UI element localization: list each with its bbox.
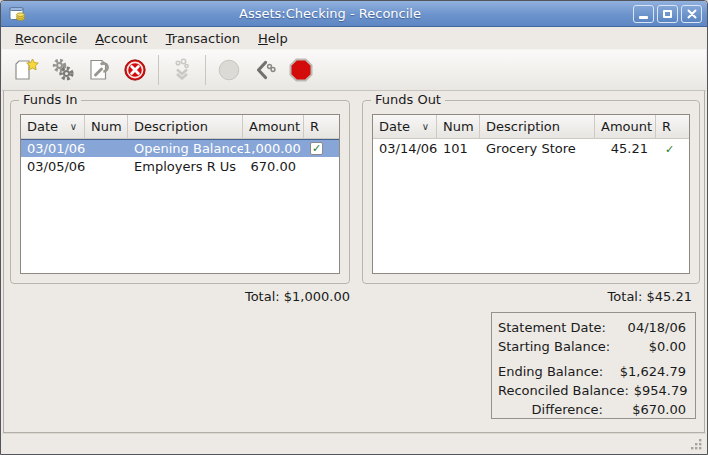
column-header-date-label: Date bbox=[379, 119, 410, 134]
menu-reconcile-label: Reconcile bbox=[15, 31, 77, 46]
open-account-button bbox=[164, 52, 200, 88]
menu-account-label: Account bbox=[95, 31, 148, 46]
cell-amount: 670.00 bbox=[243, 159, 304, 174]
balance-button[interactable] bbox=[45, 52, 81, 88]
menu-bar: Reconcile Account Transaction Help bbox=[2, 27, 706, 49]
cell-date: 03/14/06 bbox=[373, 141, 437, 156]
column-header-amount[interactable]: Amount bbox=[243, 115, 304, 138]
toolbar-separator bbox=[158, 55, 159, 85]
column-header-reconciled[interactable]: R bbox=[304, 115, 339, 138]
funds-in-header: Date ∨ Num Description Amount R bbox=[21, 115, 339, 139]
column-header-description-label: Description bbox=[486, 119, 560, 134]
column-header-date[interactable]: Date ∨ bbox=[373, 115, 437, 138]
summary-row: Starting Balance: $0.00 bbox=[498, 337, 686, 356]
close-button[interactable] bbox=[681, 5, 702, 23]
toolbar-separator bbox=[205, 55, 206, 85]
new-transaction-icon bbox=[14, 57, 40, 83]
sort-indicator-icon: ∨ bbox=[70, 121, 77, 132]
minimize-icon bbox=[639, 16, 648, 19]
column-header-reconciled-label: R bbox=[310, 119, 319, 134]
reconciled-balance-label: Reconciled Balance: bbox=[498, 383, 634, 398]
postpone-icon bbox=[252, 57, 278, 83]
menu-help-label: Help bbox=[258, 31, 288, 46]
funds-out-list[interactable]: Date ∨ Num Description Amount R 03/14/06… bbox=[372, 114, 690, 274]
title-bar[interactable]: Assets:Checking - Reconcile bbox=[1, 1, 707, 27]
reconcile-summary-box: Statement Date: 04/18/06 Starting Balanc… bbox=[491, 312, 696, 419]
postpone-button[interactable] bbox=[247, 52, 283, 88]
menu-transaction-label: Transaction bbox=[166, 31, 240, 46]
menu-transaction[interactable]: Transaction bbox=[157, 29, 249, 48]
column-header-num-label: Num bbox=[443, 119, 474, 134]
summary-row: Difference: $670.00 bbox=[498, 400, 686, 419]
funds-in-total: Total: $1,000.00 bbox=[10, 289, 350, 306]
starting-balance-label: Starting Balance: bbox=[498, 339, 615, 354]
cell-description: Employers R Us bbox=[128, 159, 243, 174]
status-bar bbox=[2, 433, 706, 454]
cell-amount: 1,000.00 bbox=[243, 141, 304, 156]
column-header-date-label: Date bbox=[27, 119, 58, 134]
table-row[interactable]: 03/05/06 Employers R Us 670.00 bbox=[21, 157, 339, 175]
maximize-icon bbox=[663, 10, 672, 18]
reconcile-window: Assets:Checking - Reconcile Reconcile Ac… bbox=[0, 0, 708, 455]
window-title: Assets:Checking - Reconcile bbox=[27, 6, 633, 21]
column-header-amount-label: Amount bbox=[249, 119, 300, 134]
finish-button bbox=[211, 52, 247, 88]
table-row[interactable]: 03/01/06 Opening Balance 1,000.00 ✓ bbox=[21, 139, 339, 157]
menu-reconcile[interactable]: Reconcile bbox=[6, 29, 86, 48]
funds-out-total: Total: $45.21 bbox=[362, 289, 692, 306]
reconciled-balance-value: $954.79 bbox=[634, 383, 688, 398]
column-header-amount-label: Amount bbox=[601, 119, 652, 134]
difference-label: Difference: bbox=[498, 402, 608, 417]
cancel-button[interactable] bbox=[283, 52, 319, 88]
edit-button[interactable] bbox=[81, 52, 117, 88]
finish-icon bbox=[216, 57, 242, 83]
cell-date: 03/01/06 bbox=[21, 141, 85, 156]
sort-indicator-icon: ∨ bbox=[422, 121, 429, 132]
edit-transaction-icon bbox=[86, 57, 112, 83]
statement-date-label: Statement Date: bbox=[498, 320, 611, 335]
toolbar bbox=[2, 49, 706, 91]
column-header-date[interactable]: Date ∨ bbox=[21, 115, 85, 138]
cell-num: 101 bbox=[437, 141, 480, 156]
balance-gears-icon bbox=[50, 57, 76, 83]
funds-out-total-label: Total: bbox=[608, 289, 643, 304]
column-header-reconciled-label: R bbox=[662, 119, 671, 134]
column-header-reconciled[interactable]: R bbox=[656, 115, 689, 138]
column-header-description[interactable]: Description bbox=[480, 115, 595, 138]
minimize-button[interactable] bbox=[633, 5, 654, 23]
funds-in-total-label: Total: bbox=[245, 289, 280, 304]
delete-icon bbox=[122, 57, 148, 83]
ending-balance-value: $1,624.79 bbox=[608, 364, 686, 379]
cell-date: 03/05/06 bbox=[21, 159, 85, 174]
column-header-description[interactable]: Description bbox=[128, 115, 243, 138]
column-header-num-label: Num bbox=[91, 119, 122, 134]
column-header-amount[interactable]: Amount bbox=[595, 115, 656, 138]
menu-help[interactable]: Help bbox=[249, 29, 297, 48]
check-icon: ✓ bbox=[665, 143, 674, 156]
table-row[interactable]: 03/14/06 101 Grocery Store 45.21 ✓ bbox=[373, 139, 689, 157]
cell-description: Grocery Store bbox=[480, 141, 595, 156]
cancel-icon bbox=[288, 57, 314, 83]
funds-out-panel: Funds Out Date ∨ Num Description Amount … bbox=[362, 100, 700, 284]
maximize-button[interactable] bbox=[657, 5, 678, 23]
funds-out-title: Funds Out bbox=[371, 92, 445, 107]
column-header-num[interactable]: Num bbox=[437, 115, 480, 138]
menu-account[interactable]: Account bbox=[86, 29, 157, 48]
funds-in-title: Funds In bbox=[19, 92, 81, 107]
delete-button[interactable] bbox=[117, 52, 153, 88]
summary-row: Ending Balance: $1,624.79 bbox=[498, 362, 686, 381]
resize-grip[interactable] bbox=[690, 438, 703, 451]
column-header-num[interactable]: Num bbox=[85, 115, 128, 138]
new-transaction-button[interactable] bbox=[9, 52, 45, 88]
funds-in-panel: Funds In Date ∨ Num Description Amount R… bbox=[10, 100, 350, 284]
funds-in-list[interactable]: Date ∨ Num Description Amount R 03/01/06… bbox=[20, 114, 340, 274]
summary-row: Statement Date: 04/18/06 bbox=[498, 318, 686, 337]
check-icon: ✓ bbox=[312, 143, 321, 154]
cell-amount: 45.21 bbox=[595, 141, 656, 156]
open-account-icon bbox=[169, 57, 195, 83]
difference-value: $670.00 bbox=[608, 402, 686, 417]
reconciled-checkbox[interactable]: ✓ bbox=[310, 142, 323, 155]
starting-balance-value: $0.00 bbox=[615, 339, 686, 354]
funds-out-total-value: $45.21 bbox=[647, 289, 693, 304]
cell-description: Opening Balance bbox=[128, 141, 243, 156]
